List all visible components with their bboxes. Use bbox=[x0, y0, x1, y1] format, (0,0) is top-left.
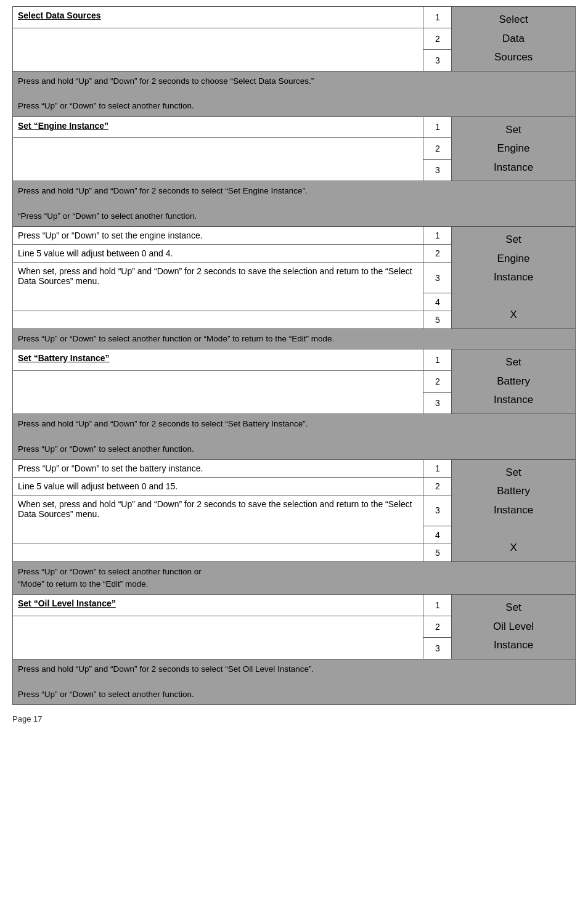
sei1-description: Press and hold “Up” and “Down” for 2 sec… bbox=[13, 181, 576, 227]
page-number: Page 17 bbox=[12, 714, 576, 724]
sei2-row-1: Press “Up” or “Down” to set the engine i… bbox=[13, 227, 576, 245]
sei1-empty-2 bbox=[13, 138, 423, 160]
soli-empty-3 bbox=[13, 638, 423, 659]
sei1-num-2: 2 bbox=[423, 138, 452, 160]
soli-num-3: 3 bbox=[423, 638, 452, 659]
sei1-num-3: 3 bbox=[423, 160, 452, 181]
sbi1-display-label: SetBatteryInstance bbox=[452, 349, 576, 414]
sei2-display-label: SetEngineInstanceX bbox=[452, 227, 576, 329]
soli-empty-2 bbox=[13, 616, 423, 638]
sds-num-2: 2 bbox=[423, 28, 452, 49]
sei2-num-2: 2 bbox=[423, 245, 452, 263]
sei1-num-1: 1 bbox=[423, 116, 452, 138]
sds-empty-3 bbox=[13, 49, 423, 71]
sei2-num-3: 3 bbox=[423, 263, 452, 293]
sei2-desc-row: Press “Up” or “Down” to select another f… bbox=[13, 329, 576, 349]
select-data-sources-header-row: Select Data Sources 1 SelectDataSources bbox=[13, 7, 576, 28]
sbi2-desc-1: Press “Up” or “Down” to set the battery … bbox=[13, 459, 423, 477]
sei2-num-4: 4 bbox=[423, 293, 452, 311]
sbi1-description: Press and hold “Up” and “Down” for 2 sec… bbox=[13, 414, 576, 460]
sbi2-num-2: 2 bbox=[423, 477, 452, 495]
sbi1-num-2: 2 bbox=[423, 371, 452, 393]
sbi1-empty-2 bbox=[13, 371, 423, 393]
sbi1-num-3: 3 bbox=[423, 393, 452, 414]
sei2-desc-5 bbox=[13, 311, 423, 329]
sbi1-title: Set “Battery Instance” bbox=[18, 353, 110, 363]
sei2-desc-1: Press “Up” or “Down” to set the engine i… bbox=[13, 227, 423, 245]
sds-desc-row: Press and hold “Up” and “Down” for 2 sec… bbox=[13, 71, 576, 116]
sbi2-row-1: Press “Up” or “Down” to set the battery … bbox=[13, 459, 576, 477]
sbi1-empty-3 bbox=[13, 393, 423, 414]
sbi2-desc-5 bbox=[13, 544, 423, 561]
soli-num-1: 1 bbox=[423, 595, 452, 616]
sbi1-desc-row: Press and hold “Up” and “Down” for 2 sec… bbox=[13, 414, 576, 460]
sei1-empty-3 bbox=[13, 160, 423, 181]
sei1-header-row: Set “Engine Instance” 1 SetEngineInstanc… bbox=[13, 116, 576, 138]
sei1-title: Set “Engine Instance” bbox=[18, 121, 108, 131]
sei1-display-label: SetEngineInstance bbox=[452, 116, 576, 181]
sbi1-header-row: Set “Battery Instance” 1 SetBatteryInsta… bbox=[13, 349, 576, 371]
sbi2-num-4: 4 bbox=[423, 526, 452, 544]
sbi2-num-1: 1 bbox=[423, 459, 452, 477]
sds-num-1: 1 bbox=[423, 7, 452, 28]
sbi2-desc-3: When set, press and hold “Up” and “Down”… bbox=[13, 495, 423, 544]
soli-display-label: SetOil LevelInstance bbox=[452, 595, 576, 659]
sbi2-display-label: SetBatteryInstanceX bbox=[452, 459, 576, 561]
sbi2-desc-2: Line 5 value will adjust between 0 and 1… bbox=[13, 477, 423, 495]
soli-desc-row: Press and hold “Up” and “Down” for 2 sec… bbox=[13, 659, 576, 705]
sbi2-description: Press “Up” or “Down” to select another f… bbox=[13, 561, 576, 595]
sbi2-desc-row: Press “Up” or “Down” to select another f… bbox=[13, 561, 576, 595]
sbi2-num-5: 5 bbox=[423, 544, 452, 561]
soli-num-2: 2 bbox=[423, 616, 452, 638]
soli-title: Set “Oil Level Instance” bbox=[18, 598, 116, 608]
sei2-desc-3: When set, press and hold “Up” and “Down”… bbox=[13, 263, 423, 311]
select-data-sources-title: Select Data Sources bbox=[18, 10, 101, 20]
sds-description: Press and hold “Up” and “Down” for 2 sec… bbox=[13, 71, 576, 116]
sds-num-3: 3 bbox=[423, 49, 452, 71]
soli-header-row: Set “Oil Level Instance” 1 SetOil LevelI… bbox=[13, 595, 576, 616]
sbi2-num-3: 3 bbox=[423, 495, 452, 526]
soli-description: Press and hold “Up” and “Down” for 2 sec… bbox=[13, 659, 576, 705]
sds-display-label: SelectDataSources bbox=[452, 7, 576, 71]
sei2-desc-2: Line 5 value will adjust between 0 and 4… bbox=[13, 245, 423, 263]
sei1-desc-row: Press and hold “Up” and “Down” for 2 sec… bbox=[13, 181, 576, 227]
sei2-num-1: 1 bbox=[423, 227, 452, 245]
sds-empty-2 bbox=[13, 28, 423, 49]
sbi1-num-1: 1 bbox=[423, 349, 452, 371]
sei2-num-5: 5 bbox=[423, 311, 452, 329]
sei2-description: Press “Up” or “Down” to select another f… bbox=[13, 329, 576, 349]
